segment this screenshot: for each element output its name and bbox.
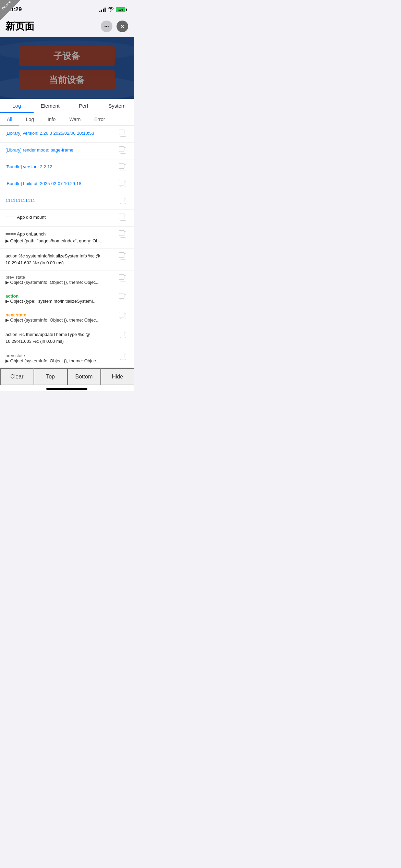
log-content: [Bundle] build at: 2025-02-07 10:29:18	[5, 180, 120, 187]
tab-element[interactable]: Element	[34, 99, 67, 113]
list-item: action ▶ Object {type: "systemInfo/initi…	[0, 289, 134, 308]
nav-actions: ··· ×	[101, 21, 128, 32]
copy-button[interactable]	[120, 214, 128, 222]
subtab-info[interactable]: Info	[41, 113, 62, 125]
log-label: prev state	[5, 275, 99, 280]
list-item: prev state ▶ Object {systemInfo: Object …	[0, 349, 134, 368]
copy-button[interactable]	[120, 147, 128, 155]
log-subcontent: ▶ Object {systemInfo: Object {}, theme: …	[5, 358, 99, 363]
subtab-error[interactable]: Error	[87, 113, 112, 125]
log-content: 111111111111	[5, 197, 120, 204]
signal-icon	[99, 7, 106, 12]
battery-icon: 100	[116, 7, 127, 12]
more-button[interactable]: ···	[101, 21, 112, 32]
copy-button[interactable]	[120, 253, 128, 261]
log-label: prev state	[5, 353, 99, 358]
bottom-button[interactable]: Bottom	[67, 368, 101, 385]
copy-button[interactable]	[120, 331, 128, 339]
subtab-warn[interactable]: Warn	[62, 113, 87, 125]
list-item: [Library] version: 2.26.3 2025/02/06 20:…	[0, 126, 134, 143]
tab-system[interactable]: System	[100, 99, 134, 113]
sub-device-button[interactable]: 子设备	[19, 46, 115, 66]
tab-perf[interactable]: Perf	[67, 99, 100, 113]
sub-tabs: All Log Info Warn Error	[0, 113, 134, 126]
log-content: ==== App did mount	[5, 214, 120, 221]
list-item: next state ▶ Object {systemInfo: Object …	[0, 308, 134, 327]
page-title: 新页面	[5, 20, 34, 33]
wifi-icon	[108, 7, 114, 12]
log-content: [Library] render mode: page-frame	[5, 147, 120, 154]
close-button[interactable]: ×	[117, 21, 128, 32]
copy-button[interactable]	[120, 231, 128, 239]
log-list: [Library] version: 2.26.3 2025/02/06 20:…	[0, 126, 134, 368]
battery-label: 100	[118, 8, 123, 11]
list-item: ==== App onLaunch ▶ Object {path: "pages…	[0, 227, 134, 249]
log-content: prev state ▶ Object {systemInfo: Object …	[5, 275, 99, 285]
log-subcontent: ▶ Object {systemInfo: Object {}, theme: …	[5, 317, 99, 323]
copy-button[interactable]	[120, 293, 128, 302]
log-content: action %c theme/updateThemeType %c @ 10:…	[5, 331, 120, 345]
tab-log[interactable]: Log	[0, 99, 34, 113]
log-subcontent: ▶ Object {systemInfo: Object {}, theme: …	[5, 280, 99, 285]
copy-button[interactable]	[120, 353, 128, 361]
home-bar	[46, 388, 87, 390]
list-item: [Library] render mode: page-frame	[0, 143, 134, 159]
log-label: next state	[5, 312, 99, 317]
subtab-all[interactable]: All	[0, 113, 19, 125]
list-item: action %c systemInfo/initializeSystemInf…	[0, 249, 134, 270]
list-item: [Bundle] build at: 2025-02-07 10:29:18	[0, 176, 134, 193]
hide-button[interactable]: Hide	[100, 368, 134, 385]
log-content: action %c systemInfo/initializeSystemInf…	[5, 253, 120, 266]
copy-button[interactable]	[120, 130, 128, 138]
copy-button[interactable]	[120, 197, 128, 205]
log-subcontent: ▶ Object {type: "systemInfo/initializeSy…	[5, 299, 97, 304]
home-indicator	[0, 385, 134, 391]
top-button[interactable]: Top	[34, 368, 67, 385]
log-label: action	[5, 293, 97, 299]
list-item: ==== App did mount	[0, 210, 134, 227]
copy-button[interactable]	[120, 275, 128, 283]
devop-badge: Deveop	[0, 0, 21, 21]
log-content: ==== App onLaunch ▶ Object {path: "pages…	[5, 231, 120, 244]
log-content: prev state ▶ Object {systemInfo: Object …	[5, 353, 99, 363]
log-content: action ▶ Object {type: "systemInfo/initi…	[5, 293, 97, 304]
list-item: action %c theme/updateThemeType %c @ 10:…	[0, 327, 134, 349]
log-content: [Library] version: 2.26.3 2025/02/06 20:…	[5, 130, 120, 137]
svg-point-0	[110, 11, 111, 11]
log-content: next state ▶ Object {systemInfo: Object …	[5, 312, 99, 323]
subtab-log[interactable]: Log	[19, 113, 41, 125]
main-tabs: Log Element Perf System	[0, 99, 134, 113]
list-item: [Bundle] version: 2.2.12	[0, 159, 134, 176]
log-content: [Bundle] version: 2.2.12	[5, 164, 120, 170]
list-item: prev state ▶ Object {systemInfo: Object …	[0, 270, 134, 289]
hero-area: 子设备 当前设备	[0, 37, 134, 99]
current-device-button[interactable]: 当前设备	[19, 70, 115, 90]
copy-button[interactable]	[120, 180, 128, 189]
copy-button[interactable]	[120, 312, 128, 321]
status-right: 100	[99, 7, 127, 12]
clear-button[interactable]: Clear	[0, 368, 34, 385]
list-item: 111111111111	[0, 193, 134, 210]
copy-button[interactable]	[120, 164, 128, 172]
bottom-toolbar: Clear Top Bottom Hide	[0, 368, 134, 385]
